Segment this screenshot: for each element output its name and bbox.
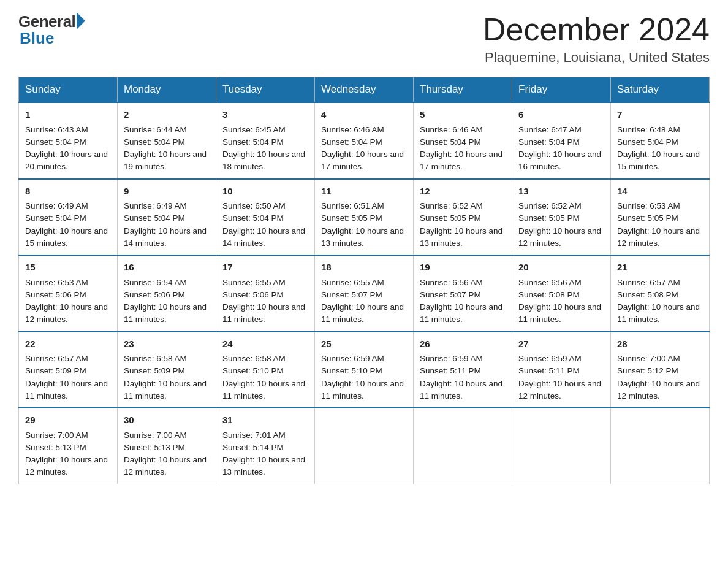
calendar-cell: 10Sunrise: 6:50 AMSunset: 5:04 PMDayligh… — [216, 179, 315, 256]
calendar-cell: 25Sunrise: 6:59 AMSunset: 5:10 PMDayligh… — [315, 332, 414, 408]
calendar-cell: 17Sunrise: 6:55 AMSunset: 5:06 PMDayligh… — [216, 255, 315, 332]
logo-triangle-icon — [77, 12, 85, 29]
calendar-cell: 13Sunrise: 6:52 AMSunset: 5:05 PMDayligh… — [512, 179, 611, 256]
logo: General Blue — [18, 12, 85, 48]
day-number: 25 — [321, 337, 407, 351]
day-number: 17 — [222, 261, 308, 275]
weekday-header-sunday: Sunday — [19, 77, 118, 103]
calendar-cell: 21Sunrise: 6:57 AMSunset: 5:08 PMDayligh… — [611, 255, 710, 332]
week-row-1: 1Sunrise: 6:43 AMSunset: 5:04 PMDaylight… — [19, 102, 710, 179]
day-number: 27 — [518, 337, 604, 351]
weekday-header-friday: Friday — [512, 77, 611, 103]
calendar-cell: 11Sunrise: 6:51 AMSunset: 5:05 PMDayligh… — [315, 179, 414, 256]
calendar-cell: 16Sunrise: 6:54 AMSunset: 5:06 PMDayligh… — [118, 255, 216, 332]
day-number: 31 — [222, 413, 308, 427]
calendar-table: SundayMondayTuesdayWednesdayThursdayFrid… — [18, 77, 710, 484]
calendar-cell: 31Sunrise: 7:01 AMSunset: 5:14 PMDayligh… — [216, 408, 315, 484]
calendar-cell — [414, 408, 512, 484]
day-number: 28 — [617, 337, 703, 351]
day-number: 6 — [518, 108, 604, 122]
calendar-cell: 9Sunrise: 6:49 AMSunset: 5:04 PMDaylight… — [118, 179, 216, 256]
calendar-cell: 18Sunrise: 6:55 AMSunset: 5:07 PMDayligh… — [315, 255, 414, 332]
weekday-header-tuesday: Tuesday — [216, 77, 315, 103]
day-number: 16 — [124, 261, 210, 275]
calendar-cell: 28Sunrise: 7:00 AMSunset: 5:12 PMDayligh… — [611, 332, 710, 408]
calendar-cell: 5Sunrise: 6:46 AMSunset: 5:04 PMDaylight… — [414, 102, 512, 179]
calendar-cell: 20Sunrise: 6:56 AMSunset: 5:08 PMDayligh… — [512, 255, 611, 332]
day-number: 13 — [518, 185, 604, 199]
day-number: 10 — [222, 185, 308, 199]
day-number: 29 — [25, 413, 111, 427]
calendar-title: December 2024 — [483, 12, 710, 47]
day-number: 1 — [25, 108, 111, 122]
day-number: 7 — [617, 108, 703, 122]
day-number: 4 — [321, 108, 407, 122]
calendar-cell: 22Sunrise: 6:57 AMSunset: 5:09 PMDayligh… — [19, 332, 118, 408]
calendar-cell: 23Sunrise: 6:58 AMSunset: 5:09 PMDayligh… — [118, 332, 216, 408]
calendar-cell: 12Sunrise: 6:52 AMSunset: 5:05 PMDayligh… — [414, 179, 512, 256]
day-number: 18 — [321, 261, 407, 275]
calendar-cell: 4Sunrise: 6:46 AMSunset: 5:04 PMDaylight… — [315, 102, 414, 179]
day-number: 22 — [25, 337, 111, 351]
calendar-cell: 24Sunrise: 6:58 AMSunset: 5:10 PMDayligh… — [216, 332, 315, 408]
day-number: 19 — [420, 261, 506, 275]
day-number: 11 — [321, 185, 407, 199]
day-number: 8 — [25, 185, 111, 199]
calendar-cell — [611, 408, 710, 484]
calendar-cell: 1Sunrise: 6:43 AMSunset: 5:04 PMDaylight… — [19, 102, 118, 179]
calendar-cell: 15Sunrise: 6:53 AMSunset: 5:06 PMDayligh… — [19, 255, 118, 332]
calendar-header-row: SundayMondayTuesdayWednesdayThursdayFrid… — [19, 77, 710, 103]
day-number: 30 — [124, 413, 210, 427]
day-number: 3 — [222, 108, 308, 122]
day-number: 2 — [124, 108, 210, 122]
title-block: December 2024 Plaquemine, Louisiana, Uni… — [483, 12, 710, 66]
calendar-cell: 14Sunrise: 6:53 AMSunset: 5:05 PMDayligh… — [611, 179, 710, 256]
calendar-cell — [315, 408, 414, 484]
calendar-cell: 8Sunrise: 6:49 AMSunset: 5:04 PMDaylight… — [19, 179, 118, 256]
page-header: General Blue December 2024 Plaquemine, L… — [18, 12, 710, 66]
day-number: 9 — [124, 185, 210, 199]
weekday-header-monday: Monday — [118, 77, 216, 103]
calendar-cell: 6Sunrise: 6:47 AMSunset: 5:04 PMDaylight… — [512, 102, 611, 179]
day-number: 12 — [420, 185, 506, 199]
calendar-cell: 2Sunrise: 6:44 AMSunset: 5:04 PMDaylight… — [118, 102, 216, 179]
day-number: 14 — [617, 185, 703, 199]
day-number: 20 — [518, 261, 604, 275]
day-number: 21 — [617, 261, 703, 275]
calendar-cell: 7Sunrise: 6:48 AMSunset: 5:04 PMDaylight… — [611, 102, 710, 179]
weekday-header-saturday: Saturday — [611, 77, 710, 103]
weekday-header-thursday: Thursday — [414, 77, 512, 103]
week-row-2: 8Sunrise: 6:49 AMSunset: 5:04 PMDaylight… — [19, 179, 710, 256]
calendar-location: Plaquemine, Louisiana, United States — [483, 50, 710, 66]
calendar-cell: 30Sunrise: 7:00 AMSunset: 5:13 PMDayligh… — [118, 408, 216, 484]
calendar-cell: 19Sunrise: 6:56 AMSunset: 5:07 PMDayligh… — [414, 255, 512, 332]
day-number: 15 — [25, 261, 111, 275]
week-row-5: 29Sunrise: 7:00 AMSunset: 5:13 PMDayligh… — [19, 408, 710, 484]
calendar-cell: 26Sunrise: 6:59 AMSunset: 5:11 PMDayligh… — [414, 332, 512, 408]
day-number: 5 — [420, 108, 506, 122]
day-number: 26 — [420, 337, 506, 351]
day-number: 23 — [124, 337, 210, 351]
week-row-4: 22Sunrise: 6:57 AMSunset: 5:09 PMDayligh… — [19, 332, 710, 408]
week-row-3: 15Sunrise: 6:53 AMSunset: 5:06 PMDayligh… — [19, 255, 710, 332]
calendar-cell — [512, 408, 611, 484]
logo-blue-text: Blue — [20, 29, 54, 48]
day-number: 24 — [222, 337, 308, 351]
weekday-header-wednesday: Wednesday — [315, 77, 414, 103]
calendar-cell: 29Sunrise: 7:00 AMSunset: 5:13 PMDayligh… — [19, 408, 118, 484]
calendar-cell: 27Sunrise: 6:59 AMSunset: 5:11 PMDayligh… — [512, 332, 611, 408]
calendar-cell: 3Sunrise: 6:45 AMSunset: 5:04 PMDaylight… — [216, 102, 315, 179]
